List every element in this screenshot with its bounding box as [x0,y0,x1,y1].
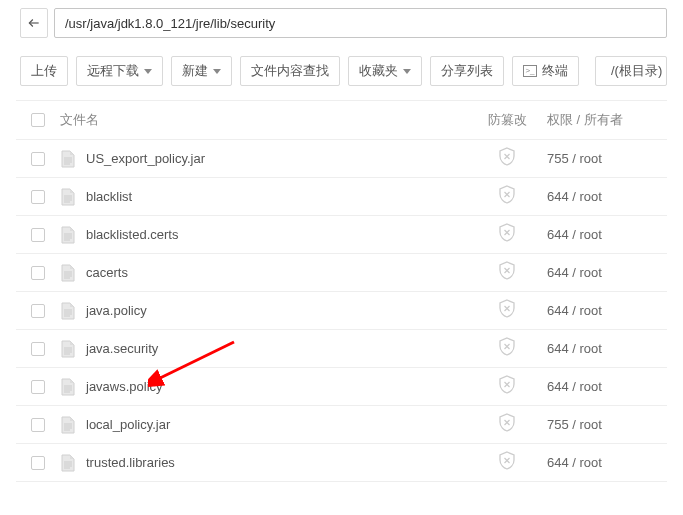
file-name-link[interactable]: blacklisted.certs [86,227,178,242]
file-name-link[interactable]: blacklist [86,189,132,204]
row-checkbox[interactable] [31,152,45,166]
file-name-link[interactable]: local_policy.jar [86,417,170,432]
file-perm: 644 / root [547,379,667,394]
shield-icon[interactable] [498,413,516,436]
file-search-button[interactable]: 文件内容查找 [240,56,340,86]
path-input[interactable] [54,8,667,38]
column-filename: 文件名 [60,111,467,129]
shield-icon[interactable] [498,451,516,474]
remote-download-label: 远程下载 [87,62,139,80]
file-icon [60,416,76,434]
chevron-down-icon [213,69,221,74]
row-checkbox[interactable] [31,380,45,394]
file-perm: 644 / root [547,303,667,318]
file-name-link[interactable]: javaws.policy [86,379,163,394]
file-icon [60,150,76,168]
toolbar: 上传 远程下载 新建 文件内容查找 收藏夹 分享列表 终端 /(根目录) (1.… [0,46,683,100]
row-checkbox[interactable] [31,456,45,470]
table-row: local_policy.jar755 / root [16,406,667,444]
upload-button[interactable]: 上传 [20,56,68,86]
column-perm: 权限 / 所有者 [547,111,667,129]
favorites-button[interactable]: 收藏夹 [348,56,422,86]
chevron-down-icon [144,69,152,74]
table-row: javaws.policy644 / root [16,368,667,406]
shield-icon[interactable] [498,375,516,398]
share-list-button[interactable]: 分享列表 [430,56,504,86]
terminal-button[interactable]: 终端 [512,56,579,86]
file-icon [60,454,76,472]
terminal-icon [523,65,537,77]
file-icon [60,188,76,206]
new-label: 新建 [182,62,208,80]
file-perm: 644 / root [547,189,667,204]
shield-icon[interactable] [498,147,516,170]
upload-label: 上传 [31,62,57,80]
file-name-link[interactable]: trusted.libraries [86,455,175,470]
remote-download-button[interactable]: 远程下载 [76,56,163,86]
table-row: trusted.libraries644 / root [16,444,667,482]
new-button[interactable]: 新建 [171,56,232,86]
file-perm: 755 / root [547,151,667,166]
shield-icon[interactable] [498,261,516,284]
terminal-label: 终端 [542,62,568,80]
file-icon [60,302,76,320]
root-dir-button[interactable]: /(根目录) (1... [595,56,667,86]
file-perm: 644 / root [547,341,667,356]
select-all-checkbox[interactable] [31,113,45,127]
column-tamper: 防篡改 [467,111,547,129]
row-checkbox[interactable] [31,304,45,318]
favorites-label: 收藏夹 [359,62,398,80]
shield-icon[interactable] [498,337,516,360]
file-name-link[interactable]: US_export_policy.jar [86,151,205,166]
file-perm: 644 / root [547,265,667,280]
root-dir-label: /(根目录) (1... [611,62,667,80]
table-header: 文件名 防篡改 权限 / 所有者 [16,100,667,140]
back-button[interactable] [20,8,48,38]
file-name-link[interactable]: cacerts [86,265,128,280]
file-search-label: 文件内容查找 [251,62,329,80]
file-icon [60,340,76,358]
arrow-left-icon [27,16,41,30]
file-perm: 644 / root [547,227,667,242]
row-checkbox[interactable] [31,190,45,204]
table-row: java.security644 / root [16,330,667,368]
shield-icon[interactable] [498,299,516,322]
shield-icon[interactable] [498,223,516,246]
row-checkbox[interactable] [31,228,45,242]
chevron-down-icon [403,69,411,74]
file-table: 文件名 防篡改 权限 / 所有者 US_export_policy.jar755… [16,100,667,482]
file-icon [60,378,76,396]
file-icon [60,264,76,282]
row-checkbox[interactable] [31,266,45,280]
file-name-link[interactable]: java.security [86,341,158,356]
table-row: US_export_policy.jar755 / root [16,140,667,178]
file-name-link[interactable]: java.policy [86,303,147,318]
table-row: blacklist644 / root [16,178,667,216]
table-row: blacklisted.certs644 / root [16,216,667,254]
row-checkbox[interactable] [31,342,45,356]
file-icon [60,226,76,244]
file-perm: 644 / root [547,455,667,470]
file-perm: 755 / root [547,417,667,432]
table-row: cacerts644 / root [16,254,667,292]
row-checkbox[interactable] [31,418,45,432]
share-list-label: 分享列表 [441,62,493,80]
table-row: java.policy644 / root [16,292,667,330]
path-bar [0,0,683,46]
shield-icon[interactable] [498,185,516,208]
